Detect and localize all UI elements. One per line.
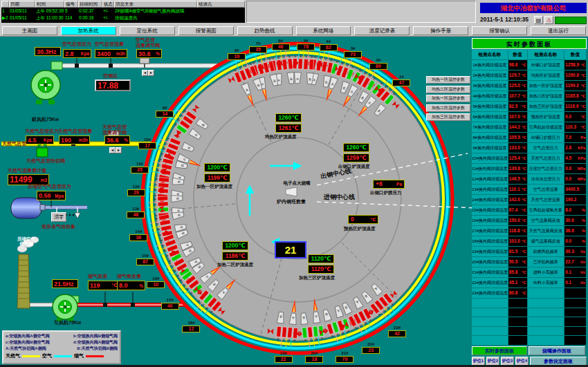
- blower-fan[interactable]: [31, 62, 62, 104]
- alarm-col-2: 时间: [35, 1, 64, 8]
- air_freq-display: 30.3Hz: [35, 47, 61, 56]
- panel-header-3: 数值: [564, 50, 586, 59]
- air_flow-display: 3400m3h: [95, 49, 127, 58]
- spin-left-icon[interactable]: ◄: [109, 147, 116, 153]
- panel-point-name: 5#换向阀排烟温度: [472, 102, 508, 111]
- panel-value: 3400.5: [564, 185, 586, 194]
- billet-count-display: 21: [275, 241, 306, 258]
- heat2-label: 加热二区炉顶温度: [217, 262, 253, 268]
- alarm-bell-icon[interactable]: ⚠: [544, 16, 553, 24]
- outlet-pressure-label: 出钢口炉膛压力: [370, 190, 402, 196]
- alarm-row[interactable]: 101/05/11上午 09:52:3950:02:37+/-2#烧嘴A侧空气B…: [1, 8, 245, 15]
- in-centerline-label: 进钢中心线: [324, 193, 355, 202]
- legend-lines: 天然气空气烟气: [6, 352, 118, 359]
- valve-temp-box-19#: 19#22: [275, 351, 293, 363]
- alarm-cell: ▶2: [1, 15, 9, 21]
- panel-header-row: 检测点名称数值检测点名称数值: [472, 50, 587, 59]
- alarm-cell: 01/05/11: [9, 15, 35, 21]
- soak-pv-display: 1261℃: [275, 124, 302, 133]
- tab-8[interactable]: 操作手册: [413, 26, 468, 35]
- panel-value: 102.0℃: [508, 236, 527, 246]
- panel-header-2: 检测点名称: [528, 50, 564, 59]
- realtime-panel-button[interactable]: 实时参数面板: [472, 346, 527, 355]
- panel-header-0: 检测点名称: [472, 50, 508, 59]
- panel-point-name: 6#换向阀排烟温度: [472, 112, 508, 122]
- panel-row: 23#换向阀排烟温度80.8℃: [472, 288, 587, 298]
- valve-temp-box-22#: 22#23: [362, 342, 380, 354]
- panel-point-name: 9#换向阀排烟温度: [472, 143, 508, 153]
- alarm-cell: 2#烧嘴A侧空气B侧烟气换向阀故障: [114, 8, 197, 15]
- valve-temp-box-23#: 23#42: [388, 326, 406, 337]
- tab-10[interactable]: 退出运行: [531, 26, 586, 35]
- panel-point-name: 天然气总管流量: [528, 195, 564, 205]
- preheat-pv-display: 0℃: [348, 215, 378, 224]
- zone-param-button-4[interactable]: 加热二区温控参数: [426, 104, 470, 112]
- panel-point-name: 3#换向阀排烟温度: [472, 81, 508, 91]
- alarm-cell: +/-: [102, 15, 114, 21]
- panel-row: 1#换向阀排烟温度98.6℃出钢口炉顶温度1258.9℃: [472, 60, 587, 70]
- panel-empty-row: [472, 327, 587, 336]
- pneu-label: 送至各气动设备: [42, 223, 75, 230]
- valve-temp-box-3#: 3#73: [344, 46, 362, 58]
- panel-value: 2.8KPa: [564, 143, 586, 153]
- realtime-parameter-panel: 实时参数面板检测点名称数值检测点名称数值1#换向阀排烟温度98.6℃出钢口炉顶温…: [472, 38, 587, 366]
- legend-line-swatch: [86, 355, 104, 357]
- spin-left-icon[interactable]: ◄: [142, 70, 148, 76]
- panel-row: 9#换向阀排烟温度133.0℃空气总管压力2.8KPa: [472, 143, 587, 153]
- panel-row: 17#换向阀排烟温度118.8℃天然气流量阀反馈36.6%: [472, 226, 587, 236]
- igniter-label: 电子点火烧嘴: [276, 180, 318, 187]
- panel-value: 7.0Pa: [564, 133, 586, 142]
- tab-5[interactable]: 趋势曲线: [237, 26, 293, 35]
- flue_freq-display: 21.5Hz: [52, 279, 78, 288]
- valve-temp-box-14#: 14#36: [129, 229, 147, 241]
- panel-point-name: 21#换向阀排烟温度: [472, 267, 508, 277]
- flue_o2-display: 8.0%: [117, 281, 145, 290]
- tab-9[interactable]: 报警确认: [472, 26, 527, 35]
- clear-total-button[interactable]: 清零: [51, 212, 66, 222]
- alarm-row[interactable]: ▶201/05/11上午 11:00:301140:00:16+/-排烟温度高: [1, 15, 245, 21]
- billet-count-label: 炉内钢坯数量: [273, 198, 310, 205]
- panel-empty-row: [472, 336, 587, 345]
- panel-value: 1260.6℃: [564, 70, 586, 80]
- burner-panel-button[interactable]: 烧嘴操作面板: [529, 346, 585, 355]
- spin-right-icon[interactable]: ►: [116, 147, 122, 153]
- tab-2[interactable]: 加热系统: [61, 26, 116, 35]
- panel-row: 16#换向阀排烟温度150.0℃空气流量阀反馈30.6%: [472, 216, 587, 225]
- panel-value: 144.2℃: [508, 122, 527, 132]
- spin-right-icon[interactable]: ►: [148, 70, 154, 76]
- panel-point-name: 引风机前排烟温度: [528, 122, 564, 132]
- panel-point-name: 23#换向阀排烟温度: [472, 288, 508, 298]
- panel-point-name: 10#换向阀排烟温度: [472, 153, 508, 163]
- valve-temp-box-15#: 15#87: [136, 254, 154, 265]
- panel-value: 0.6MPa: [564, 164, 586, 173]
- heat1-sp-display: 1200℃: [204, 163, 230, 172]
- valve-temp-box-20#: 20#18: [305, 351, 323, 363]
- panel-title: 实时参数面板: [472, 38, 587, 49]
- panel-value: 110.3℃: [564, 122, 586, 132]
- zone-param-button-5[interactable]: 加热三区温控参数: [426, 113, 470, 121]
- outlet-pv-display: 1259℃: [343, 153, 369, 162]
- tab-7[interactable]: 温度记录表: [354, 26, 410, 35]
- panel-point-name: 预热区炉顶温度: [528, 112, 564, 122]
- panel-point-name: 20#换向阀排烟温度: [472, 257, 508, 267]
- alarm-cell: 0:00:16: [78, 15, 102, 21]
- tab-1[interactable]: 主画面: [2, 26, 57, 35]
- tab-3[interactable]: 定位系统: [120, 26, 175, 35]
- id-fan[interactable]: [53, 294, 79, 321]
- zone-param-button-3[interactable]: 加热一区温控参数: [426, 95, 470, 102]
- tab-4[interactable]: 报警画面: [178, 26, 234, 35]
- ratio-label: 空燃比: [103, 73, 118, 79]
- valve-temp-box-21#: 21#70: [336, 351, 353, 363]
- print-icon[interactable]: ▤: [534, 16, 543, 24]
- panel-point-name: 8#换向阀排烟温度: [472, 133, 508, 142]
- panel-point-name: 空气流量阀反馈: [528, 216, 564, 225]
- tab-6[interactable]: 系统网络: [296, 26, 351, 35]
- panel-empty-row: [472, 299, 587, 308]
- datetime-display: 2011-5-1 12:10:35: [480, 16, 529, 23]
- panel-row: 10#换向阀排烟温度125.4℃天然气总管压力4.5KPa: [472, 153, 587, 163]
- alarm-table[interactable]: 日期时间编号持续时间状态消息文本错误点101/05/11上午 09:52:395…: [1, 1, 245, 23]
- zone-param-button-1[interactable]: 均热一区温控参数: [426, 76, 470, 84]
- zone-param-button-2[interactable]: 均热二区温控参数: [426, 86, 470, 93]
- panel-row: 21#换向阀排烟温度85.8℃进料小车频率0.1Hz: [472, 267, 587, 277]
- flue_temp-label: 烟气温度: [88, 273, 107, 280]
